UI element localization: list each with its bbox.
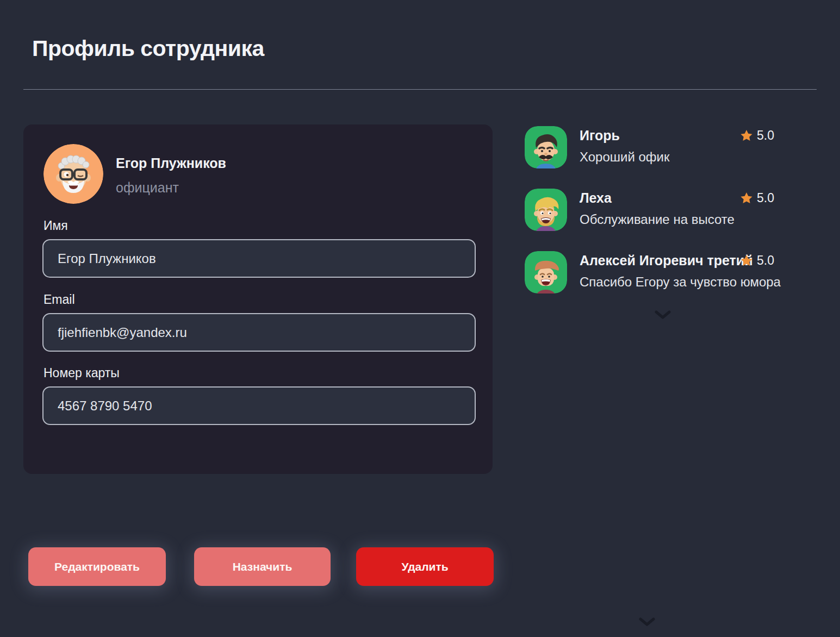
reviewer-name: Леха <box>580 190 612 206</box>
memoji-man-icon <box>43 144 103 204</box>
name-input[interactable] <box>42 239 476 278</box>
review-rating: 5.0 <box>739 191 774 205</box>
card-number-field-label: Номер карты <box>43 366 120 380</box>
star-icon <box>739 129 754 143</box>
assign-button[interactable]: Назначить <box>194 547 331 586</box>
employee-name: Егор Плужников <box>116 155 226 171</box>
review-item-igor: Игорь Хороший офик 5.0 <box>525 126 774 168</box>
rating-value: 5.0 <box>757 128 774 143</box>
star-icon <box>739 191 754 205</box>
edit-button[interactable]: Редактировать <box>28 547 166 586</box>
star-icon <box>739 254 754 268</box>
review-text: Обслуживание на высоте <box>580 212 735 227</box>
cartoon-blonde-man-icon <box>525 189 567 231</box>
profile-card: Егор Плужников официант Имя Email Номер … <box>23 124 493 474</box>
reviews-list: Игорь Хороший офик 5.0 <box>525 126 774 314</box>
employee-profile-screen: Профиль сотрудника <box>0 0 840 637</box>
rating-value: 5.0 <box>757 191 774 205</box>
review-text: Спасибо Егору за чувство юмора <box>580 274 781 290</box>
delete-button[interactable]: Удалить <box>356 547 494 586</box>
email-input[interactable] <box>42 313 476 352</box>
reviewer-name: Игорь <box>580 128 620 143</box>
cartoon-mustache-man-icon <box>525 126 567 168</box>
review-rating: 5.0 <box>739 128 774 143</box>
employee-role: официант <box>116 180 179 196</box>
email-field-label: Email <box>43 292 75 307</box>
review-item-lekha: Леха Обслуживание на высоте 5.0 <box>525 189 774 231</box>
reviewer-avatar-lekha <box>525 189 567 231</box>
chevron-down-icon[interactable] <box>655 310 671 320</box>
reviewer-name: Алексей Игоревич третий <box>580 253 753 268</box>
reviewer-avatar-igor <box>525 126 567 168</box>
rating-value: 5.0 <box>757 253 774 268</box>
card-number-input[interactable] <box>42 386 476 425</box>
cartoon-pompadour-man-icon <box>525 251 567 293</box>
employee-avatar <box>43 144 103 204</box>
review-rating: 5.0 <box>739 253 774 268</box>
review-text: Хороший офик <box>580 149 670 165</box>
name-field-label: Имя <box>43 218 68 233</box>
divider <box>23 89 817 90</box>
reviewer-avatar-alexey <box>525 251 567 293</box>
chevron-down-icon[interactable] <box>639 617 655 627</box>
page-title: Профиль сотрудника <box>32 36 264 61</box>
review-item-alexey: Алексей Игоревич третий Спасибо Егору за… <box>525 251 774 293</box>
